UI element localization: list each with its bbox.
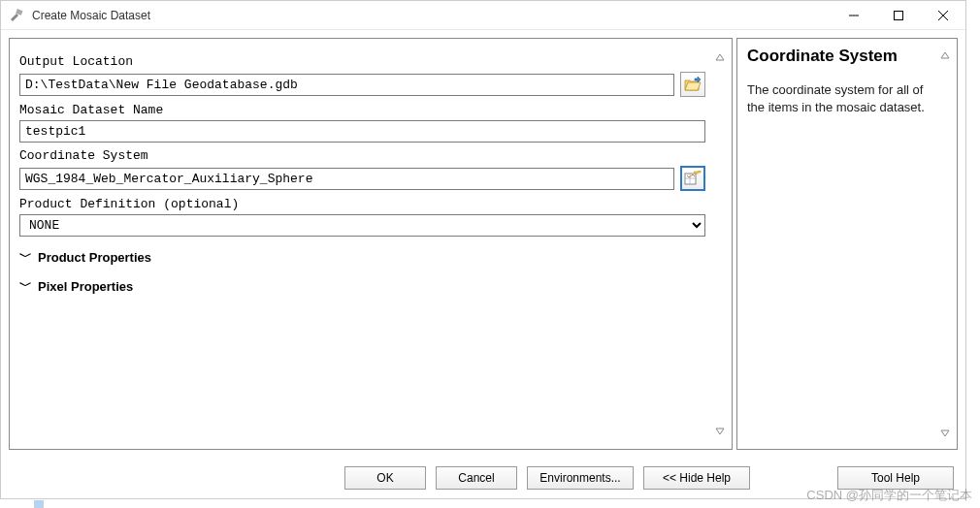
- main-panel: Output Location Mosaic Dataset Name: [9, 38, 733, 450]
- close-button[interactable]: [921, 1, 965, 30]
- product-definition-label: Product Definition (optional): [19, 197, 705, 211]
- coord-system-picker-button[interactable]: [680, 166, 705, 191]
- help-body: The coordinate system for all of the ite…: [747, 81, 936, 116]
- coord-system-input[interactable]: [19, 168, 674, 190]
- titlebar: Create Mosaic Dataset: [1, 1, 965, 30]
- scroll-up-icon: [936, 47, 953, 63]
- window-title: Create Mosaic Dataset: [32, 9, 832, 22]
- scroll-down-icon: [936, 425, 953, 441]
- chevron-down-icon: ﹀: [19, 277, 32, 295]
- main-form: Output Location Mosaic Dataset Name: [19, 48, 711, 439]
- product-properties-section[interactable]: ﹀ Product Properties: [19, 248, 705, 266]
- pixel-properties-title: Pixel Properties: [38, 279, 133, 294]
- output-location-row: [19, 72, 705, 97]
- output-location-label: Output Location: [19, 54, 705, 69]
- mosaic-name-row: [19, 120, 705, 143]
- mosaic-name-input[interactable]: [19, 120, 705, 143]
- hide-help-button[interactable]: << Hide Help: [643, 466, 750, 490]
- environments-button[interactable]: Environments...: [527, 466, 634, 490]
- product-properties-title: Product Properties: [38, 250, 151, 265]
- help-panel: Coordinate System The coordinate system …: [736, 38, 958, 450]
- help-title: Coordinate System: [747, 47, 936, 66]
- ok-button[interactable]: OK: [344, 466, 426, 490]
- dialog-window: Create Mosaic Dataset Output Location: [0, 0, 966, 499]
- svg-rect-2: [895, 12, 903, 20]
- chevron-down-icon: ﹀: [19, 248, 32, 266]
- coord-system-row: [19, 166, 705, 191]
- content-area: Output Location Mosaic Dataset Name: [1, 30, 965, 458]
- hammer-icon: [9, 8, 24, 23]
- background-fragment: [34, 500, 44, 508]
- scroll-up-icon: [711, 48, 728, 65]
- cancel-button[interactable]: Cancel: [436, 466, 517, 490]
- minimize-button[interactable]: [832, 1, 876, 30]
- product-definition-row: NONE: [19, 214, 705, 237]
- main-scrollbar[interactable]: [711, 48, 728, 439]
- window-controls: [832, 1, 965, 29]
- help-content: Coordinate System The coordinate system …: [747, 47, 936, 441]
- maximize-button[interactable]: [876, 1, 921, 30]
- tool-help-button[interactable]: Tool Help: [837, 466, 954, 490]
- mosaic-name-label: Mosaic Dataset Name: [19, 103, 705, 117]
- output-location-input[interactable]: [19, 74, 674, 96]
- browse-folder-button[interactable]: [680, 72, 705, 97]
- product-definition-select[interactable]: NONE: [19, 214, 705, 237]
- help-scrollbar[interactable]: [936, 47, 953, 441]
- button-bar: OK Cancel Environments... << Hide Help T…: [1, 458, 965, 498]
- scroll-down-icon: [711, 423, 728, 439]
- pixel-properties-section[interactable]: ﹀ Pixel Properties: [19, 277, 705, 295]
- coord-system-label: Coordinate System: [19, 148, 705, 163]
